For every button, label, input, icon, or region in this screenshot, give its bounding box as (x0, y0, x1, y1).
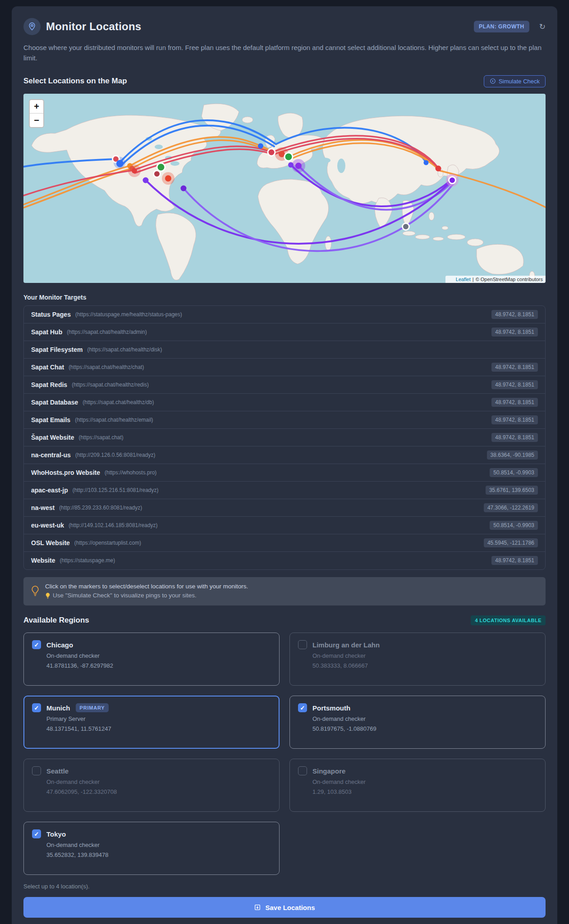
target-coords-badge: 48.9742, 8.1851 (491, 398, 538, 407)
target-coords-badge: 48.9742, 8.1851 (491, 556, 538, 565)
target-coords-badge: 48.9742, 8.1851 (491, 415, 538, 424)
save-locations-button[interactable]: Save Locations (23, 897, 546, 918)
monitor-targets-list: Status Pages (https://statuspage.me/heal… (23, 305, 546, 570)
target-name: Sapat Emails (31, 416, 70, 423)
region-coords: 48.1371541, 11.5761247 (46, 725, 271, 732)
target-row: Sapat Hub (https://sapat.chat/healthz/ad… (24, 323, 545, 341)
region-card[interactable]: Singapore On-demand checker 1.29, 103.85… (289, 759, 546, 812)
region-coords: 35.652832, 139.839478 (46, 851, 271, 858)
target-url: (https://sapat.chat/healthz/redis) (72, 382, 149, 388)
target-name: na-central-us (31, 451, 71, 459)
region-checkbox[interactable] (32, 829, 41, 838)
marker-uk (258, 143, 263, 149)
target-row: Sapat Chat (https://sapat.chat/healthz/c… (24, 359, 545, 376)
marker-eu-west (268, 149, 275, 156)
target-coords-badge: 45.5945, -121.1786 (484, 538, 538, 547)
region-card[interactable]: Munich PRIMARY Primary Server 48.1371541… (23, 696, 280, 749)
marker-singapore (403, 223, 409, 230)
target-coords-badge: 48.9742, 8.1851 (491, 363, 538, 372)
target-row: Sapat Filesystem (https://sapat.chat/hea… (24, 341, 545, 359)
play-circle-icon (490, 78, 496, 84)
map-attribution: Leaflet | © OpenStreetMap contributors (445, 276, 546, 283)
regions-grid: Chicago On-demand checker 41.8781136, -8… (23, 633, 546, 875)
target-name: eu-west-uk (31, 522, 64, 529)
region-subtitle: On-demand checker (46, 778, 271, 785)
target-row: WhoHosts.pro Website (https://whohosts.p… (24, 464, 545, 482)
world-map[interactable]: + − Leaflet | © OpenStreetMap contributo… (23, 94, 546, 283)
target-url: (http://209.126.0.56:8081/readyz) (75, 452, 155, 458)
zoom-out-button[interactable]: − (30, 114, 43, 127)
target-url: (https://sapat.chat/healthz/disk) (87, 346, 162, 353)
target-url: (https://sapat.chat/healthz/chat) (69, 364, 144, 370)
region-subtitle: On-demand checker (46, 652, 271, 659)
target-row: apac-east-jp (http://103.125.216.51:8081… (24, 482, 545, 499)
target-name: Sapat Database (31, 399, 78, 406)
region-name: Seattle (46, 767, 69, 775)
target-name: Sapat Chat (31, 364, 64, 371)
leaflet-link[interactable]: Leaflet (456, 277, 471, 282)
page-description: Choose where your distributed monitors w… (23, 42, 546, 64)
target-url: (https://openstartuplist.com) (74, 540, 141, 546)
simulate-check-button[interactable]: Simulate Check (484, 75, 546, 87)
region-subtitle: On-demand checker (46, 842, 271, 848)
region-coords: 1.29, 103.8503 (312, 788, 537, 795)
region-name: Tokyo (46, 830, 66, 838)
save-icon (254, 904, 261, 911)
target-name: Status Pages (31, 311, 71, 318)
region-card[interactable]: Portsmouth On-demand checker 50.8197675,… (289, 696, 546, 749)
region-name: Munich (46, 704, 70, 712)
region-card[interactable]: Chicago On-demand checker 41.8781136, -8… (23, 633, 280, 686)
target-name: Sapat Hub (31, 328, 62, 336)
target-coords-badge: 48.9742, 8.1851 (491, 380, 538, 389)
target-url: (https://statuspage.me/healthz/status-pa… (75, 311, 182, 318)
region-card[interactable]: Limburg an der Lahn On-demand checker 50… (289, 633, 546, 686)
refresh-icon[interactable]: ↻ (539, 22, 546, 32)
map-canvas (23, 94, 546, 283)
zoom-in-button[interactable]: + (30, 100, 43, 114)
target-row: eu-west-uk (http://149.102.146.185:8081/… (24, 517, 545, 534)
region-coords: 41.8781136, -87.6297982 (46, 662, 271, 669)
region-subtitle: On-demand checker (312, 715, 537, 722)
target-coords-badge: 48.9742, 8.1851 (491, 328, 538, 337)
target-coords-badge: 48.9742, 8.1851 (491, 310, 538, 319)
target-row: OSL Website (https://openstartuplist.com… (24, 534, 545, 552)
target-row: na-west (http://85.239.233.60:8081/ready… (24, 499, 545, 517)
tip-box: Click on the markers to select/deselect … (23, 577, 546, 606)
target-name: WhoHosts.pro Website (31, 469, 100, 476)
region-checkbox[interactable] (298, 640, 307, 649)
marker-munich (284, 153, 293, 161)
region-checkbox[interactable] (298, 703, 307, 712)
target-row: na-central-us (http://209.126.0.56:8081/… (24, 446, 545, 464)
marker-na-central (154, 170, 161, 177)
marker-chicago (157, 163, 165, 171)
regions-heading: Available Regions (23, 616, 89, 625)
region-primary-badge: PRIMARY (76, 703, 109, 712)
region-subtitle: On-demand checker (312, 652, 537, 659)
region-coords: 50.383333, 8.066667 (312, 662, 537, 669)
tip-line2: Use "Simulate Check" to visualize pings … (53, 591, 197, 601)
target-row: Sapat Emails (https://sapat.chat/healthz… (24, 411, 545, 429)
osm-attribution: © OpenStreetMap contributors (476, 277, 543, 282)
target-row: Sapat Database (https://sapat.chat/healt… (24, 394, 545, 411)
target-url: (http://85.239.233.60:8081/readyz) (59, 505, 142, 511)
target-coords-badge: 38.6364, -90.1985 (487, 451, 538, 460)
target-url: (http://103.125.216.51:8081/readyz) (73, 487, 159, 493)
monitor-locations-panel: Monitor Locations PLAN: GROWTH ↻ Choose … (12, 6, 557, 924)
region-card[interactable]: Tokyo On-demand checker 35.652832, 139.8… (23, 822, 280, 875)
location-pin-icon (23, 18, 41, 35)
selection-limit-note: Select up to 4 location(s). (23, 883, 546, 890)
page-title: Monitor Locations (46, 20, 141, 33)
region-checkbox[interactable] (32, 640, 41, 649)
target-row: Šapat Website (https://sapat.chat) 48.97… (24, 429, 545, 446)
target-name: apac-east-jp (31, 487, 68, 494)
region-checkbox[interactable] (32, 703, 41, 712)
targets-heading: Your Monitor Targets (23, 294, 546, 301)
target-row: Website (https://statuspage.me) 48.9742,… (24, 552, 545, 569)
target-url: (https://statuspage.me) (60, 557, 115, 564)
region-checkbox[interactable] (32, 766, 41, 775)
region-checkbox[interactable] (298, 766, 307, 775)
region-name: Singapore (312, 767, 345, 775)
target-coords-badge: 35.6761, 139.6503 (486, 486, 538, 495)
target-name: Website (31, 557, 55, 564)
region-card[interactable]: Seattle On-demand checker 47.6062095, -1… (23, 759, 280, 812)
